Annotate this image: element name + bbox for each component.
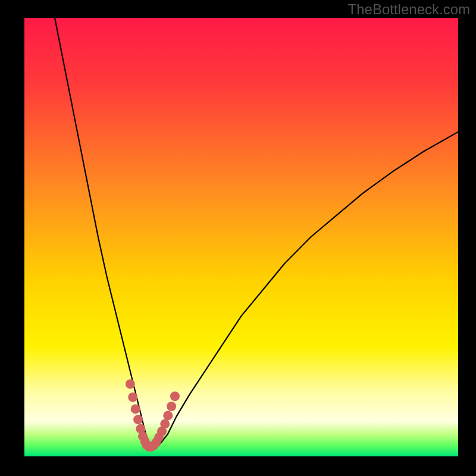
watermark-text: TheBottleneck.com — [348, 1, 470, 18]
plot-area — [24, 18, 458, 456]
valley-dot — [131, 404, 140, 414]
valley-dot — [128, 393, 137, 402]
valley-dot — [160, 419, 170, 428]
valley-dot — [167, 402, 176, 411]
valley-dot — [126, 379, 135, 389]
curve-overlay — [24, 18, 458, 456]
chart-container: TheBottleneck.com — [0, 0, 476, 476]
valley-dot — [163, 411, 173, 420]
bottleneck-curve — [55, 18, 458, 447]
valley-dot — [133, 415, 143, 424]
valley-dot — [170, 392, 180, 401]
